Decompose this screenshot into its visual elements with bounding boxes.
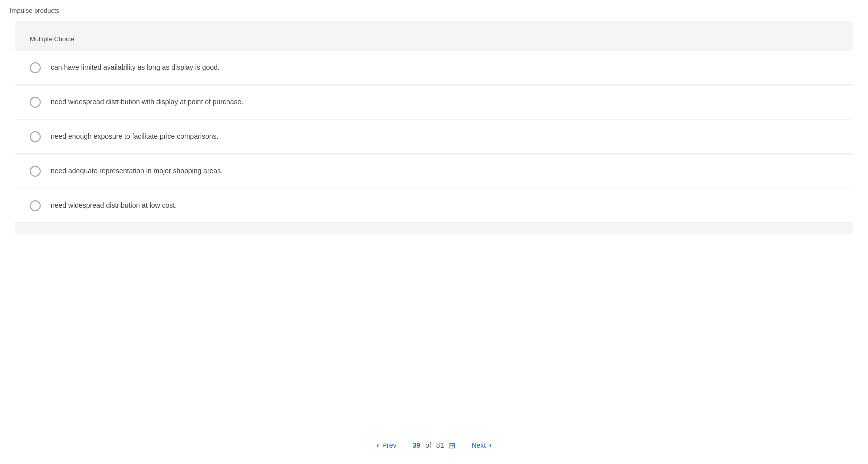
radio-circle[interactable]: [30, 62, 41, 74]
page-title: Impulse products: [0, 0, 868, 22]
total-pages: 81: [436, 442, 444, 450]
question-card: Multiple Choice can have limited availab…: [15, 22, 853, 234]
grid-icon[interactable]: ⊞: [449, 441, 455, 450]
option-text: can have limited availability as long as…: [51, 63, 220, 73]
pagination-info: 39 of 81 ⊞: [413, 441, 456, 450]
option-item[interactable]: need enough exposure to facilitate price…: [15, 120, 853, 154]
current-page: 39: [413, 442, 421, 450]
radio-circle[interactable]: [30, 97, 41, 108]
radio-circle[interactable]: [30, 166, 41, 177]
pagination: ‹ Prev 39 of 81 ⊞ Next ›: [0, 427, 868, 464]
option-item[interactable]: can have limited availability as long as…: [15, 51, 853, 85]
option-text: need enough exposure to facilitate price…: [51, 132, 218, 142]
question-type-label: Multiple Choice: [15, 32, 853, 51]
radio-circle[interactable]: [30, 200, 41, 212]
chevron-left-icon: ‹: [376, 441, 379, 450]
option-item[interactable]: need adequate representation in major sh…: [15, 155, 853, 188]
next-button[interactable]: Next ›: [463, 437, 499, 454]
of-label: of: [425, 442, 431, 450]
chevron-right-icon: ›: [489, 441, 491, 450]
option-text: need widespread distribution at low cost…: [51, 201, 177, 211]
option-text: need adequate representation in major sh…: [51, 166, 223, 176]
option-item[interactable]: need widespread distribution at low cost…: [15, 190, 853, 223]
option-text: need widespread distribution with displa…: [51, 98, 243, 108]
prev-button[interactable]: ‹ Prev: [368, 437, 404, 454]
option-item[interactable]: need widespread distribution with displa…: [15, 86, 853, 120]
options-list: can have limited availability as long as…: [15, 51, 853, 223]
radio-circle[interactable]: [30, 132, 41, 142]
